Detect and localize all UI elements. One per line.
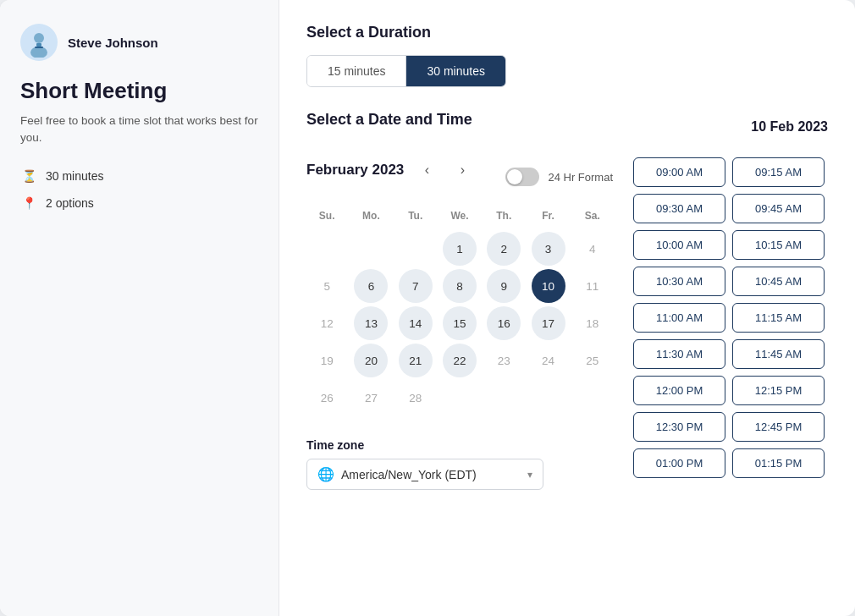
calendar-grid: Su. Mo. Tu. We. Th. Fr. Sa. 1 2 3 4 (306, 206, 613, 415)
location-icon: 📍 (20, 195, 37, 212)
toggle-knob (507, 169, 522, 184)
dow-tu: Tu. (395, 206, 436, 228)
cal-day-empty (310, 232, 344, 266)
options-meta: 📍 2 options (20, 195, 258, 212)
cal-day-18: 18 (576, 306, 610, 340)
cal-day-27: 27 (354, 381, 388, 415)
cal-day-5: 5 (310, 269, 344, 303)
duration-meta: ⏳ 30 minutes (20, 168, 258, 184)
cal-day-28: 28 (399, 381, 433, 415)
time-slot-0900am[interactable]: 09:00 AM (633, 157, 725, 187)
cal-day-8[interactable]: 8 (443, 269, 477, 303)
cal-day-1[interactable]: 1 (443, 232, 477, 266)
time-slot-1245pm[interactable]: 12:45 PM (732, 412, 825, 442)
hr24-toggle-row: 24 Hr Format (505, 168, 613, 186)
meeting-desc: Feel free to book a time slot that works… (20, 113, 258, 147)
time-slot-0930am[interactable]: 09:30 AM (633, 194, 725, 223)
cal-day-6[interactable]: 6 (354, 269, 388, 303)
select-duration-title: Select a Duration (306, 24, 828, 41)
dow-mo: Mo. (350, 206, 391, 228)
time-slot-0115pm[interactable]: 01:15 PM (732, 448, 825, 478)
dow-sa: Sa. (572, 206, 613, 228)
left-panel: Steve Johnson Short Meeting Feel free to… (0, 0, 279, 616)
hourglass-icon: ⏳ (20, 168, 37, 184)
timezone-label: Time zone (306, 438, 613, 452)
cal-day-empty (576, 381, 610, 415)
cal-day-12: 12 (310, 306, 344, 340)
duration-meta-label: 30 minutes (46, 169, 103, 183)
time-slot-1030am[interactable]: 10:30 AM (633, 267, 725, 296)
cal-day-empty (532, 381, 565, 415)
time-slot-0945am[interactable]: 09:45 AM (732, 194, 825, 223)
time-slots-container: 09:00 AM 09:15 AM 09:30 AM 09:45 AM 10:0… (633, 157, 828, 478)
duration-group: 15 minutes 30 minutes (306, 55, 506, 87)
cal-day-16[interactable]: 16 (487, 306, 521, 340)
timezone-value: America/New_York (EDT) (341, 468, 521, 481)
options-meta-label: 2 options (46, 196, 94, 210)
calendar-month: February 2023 (306, 162, 404, 179)
meeting-title: Short Meeting (20, 78, 258, 104)
cal-day-24: 24 (532, 344, 565, 377)
cal-day-26: 26 (310, 381, 344, 415)
date-time-header: Select a Date and Time 10 Feb 2023 (306, 111, 828, 142)
hr24-toggle[interactable] (505, 168, 539, 186)
time-slot-1230pm[interactable]: 12:30 PM (633, 412, 725, 442)
cal-day-25: 25 (576, 344, 610, 377)
user-header: Steve Johnson (20, 24, 258, 61)
time-slot-1200pm[interactable]: 12:00 PM (633, 376, 725, 405)
calendar-header: February 2023 ‹ › (306, 157, 475, 183)
user-name: Steve Johnson (68, 36, 158, 50)
time-slots-section: 09:00 AM 09:15 AM 09:30 AM 09:45 AM 10:0… (633, 157, 828, 490)
time-slot-1045am[interactable]: 10:45 AM (732, 267, 825, 296)
prev-month-button[interactable]: ‹ (414, 157, 439, 183)
svg-rect-4 (35, 47, 43, 48)
avatar (20, 24, 58, 61)
select-datetime-title: Select a Date and Time (306, 111, 472, 129)
chevron-down-icon: ▾ (527, 469, 532, 481)
dow-su: Su. (306, 206, 347, 228)
next-month-button[interactable]: › (450, 157, 475, 183)
dow-th: Th. (483, 206, 524, 228)
time-slot-1215pm[interactable]: 12:15 PM (732, 376, 825, 405)
cal-day-4: 4 (576, 232, 610, 266)
time-slot-1100am[interactable]: 11:00 AM (633, 303, 725, 333)
cal-day-19: 19 (310, 344, 344, 377)
time-slot-0100pm[interactable]: 01:00 PM (633, 448, 725, 478)
cal-day-15[interactable]: 15 (443, 306, 477, 340)
cal-day-3[interactable]: 3 (532, 232, 565, 266)
duration-30-button[interactable]: 30 minutes (406, 56, 505, 86)
timezone-section: Time zone 🌐 America/New_York (EDT) ▾ (306, 438, 613, 490)
time-slot-1015am[interactable]: 10:15 AM (732, 230, 825, 260)
cal-day-empty (399, 232, 433, 266)
timezone-select[interactable]: 🌐 America/New_York (EDT) ▾ (306, 459, 543, 490)
right-panel: Select a Duration 15 minutes 30 minutes … (279, 0, 855, 616)
cal-day-empty (443, 381, 477, 415)
cal-day-10[interactable]: 10 (532, 269, 565, 303)
time-slot-1145am[interactable]: 11:45 AM (732, 339, 825, 369)
cal-day-20[interactable]: 20 (354, 344, 388, 377)
cal-day-23: 23 (487, 344, 521, 377)
cal-day-13[interactable]: 13 (354, 306, 388, 340)
dow-we: We. (439, 206, 480, 228)
hr24-label: 24 Hr Format (548, 171, 613, 184)
dow-fr: Fr. (527, 206, 568, 228)
cal-day-2[interactable]: 2 (487, 232, 521, 266)
svg-point-1 (34, 33, 44, 43)
time-slot-1115am[interactable]: 11:15 AM (732, 303, 825, 333)
duration-15-button[interactable]: 15 minutes (307, 56, 406, 86)
time-slot-0915am[interactable]: 09:15 AM (732, 157, 825, 187)
cal-day-21[interactable]: 21 (399, 344, 433, 377)
time-slot-1130am[interactable]: 11:30 AM (633, 339, 725, 369)
cal-day-14[interactable]: 14 (399, 306, 433, 340)
calendar-top-row: February 2023 ‹ › 24 Hr Format (306, 157, 613, 196)
time-slot-1000am[interactable]: 10:00 AM (633, 230, 725, 260)
globe-icon: 🌐 (317, 466, 334, 482)
cal-day-empty (487, 381, 521, 415)
cal-day-9[interactable]: 9 (487, 269, 521, 303)
main-content: February 2023 ‹ › 24 Hr Format Su. Mo. T… (306, 157, 828, 490)
cal-day-22[interactable]: 22 (443, 344, 477, 377)
cal-day-7[interactable]: 7 (399, 269, 433, 303)
cal-day-11: 11 (576, 269, 610, 303)
cal-day-17[interactable]: 17 (532, 306, 565, 340)
app-container: Steve Johnson Short Meeting Feel free to… (0, 0, 855, 616)
